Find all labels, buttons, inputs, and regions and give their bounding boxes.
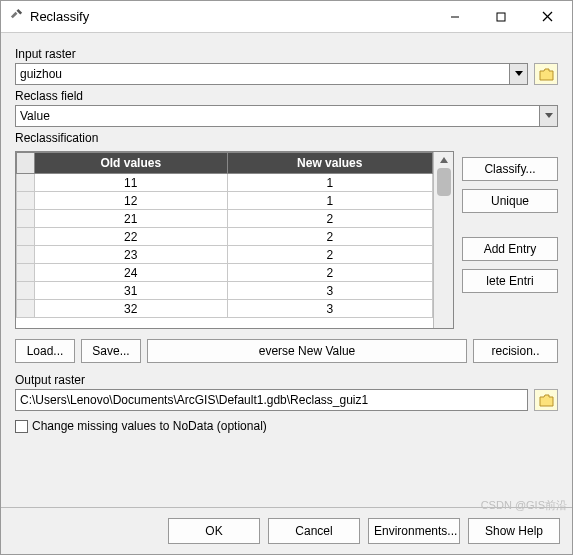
close-button[interactable] (524, 2, 570, 32)
row-header (17, 228, 35, 246)
output-raster-label: Output raster (15, 373, 558, 387)
add-entry-button[interactable]: Add Entry (462, 237, 558, 261)
cell-new-value[interactable]: 2 (227, 228, 432, 246)
scroll-up-icon[interactable] (439, 156, 449, 164)
cell-old-value[interactable]: 31 (35, 282, 228, 300)
cell-old-value[interactable]: 22 (35, 228, 228, 246)
table-row[interactable]: 313 (17, 282, 433, 300)
maximize-button[interactable] (478, 2, 524, 32)
cell-new-value[interactable]: 1 (227, 192, 432, 210)
cell-new-value[interactable]: 1 (227, 174, 432, 192)
cell-old-value[interactable]: 23 (35, 246, 228, 264)
hammer-icon (9, 8, 24, 26)
cancel-button[interactable]: Cancel (268, 518, 360, 544)
cell-new-value[interactable]: 3 (227, 282, 432, 300)
cell-old-value[interactable]: 11 (35, 174, 228, 192)
reclass-field-label: Reclass field (15, 89, 558, 103)
table-row[interactable]: 232 (17, 246, 433, 264)
row-header (17, 192, 35, 210)
precision-button[interactable]: recision.. (473, 339, 558, 363)
row-header (17, 282, 35, 300)
output-raster-field[interactable] (15, 389, 528, 411)
cell-new-value[interactable]: 3 (227, 300, 432, 318)
col-old-values[interactable]: Old values (35, 153, 228, 174)
save-button[interactable]: Save... (81, 339, 141, 363)
show-help-button[interactable]: Show Help (468, 518, 560, 544)
table-corner (17, 153, 35, 174)
titlebar: Reclassify (1, 1, 572, 33)
reclass-field-dropdown[interactable] (539, 106, 557, 126)
cell-old-value[interactable]: 24 (35, 264, 228, 282)
reclass-table[interactable]: Old values New values 111121212222232242… (15, 151, 454, 329)
row-header (17, 210, 35, 228)
change-missing-label: Change missing values to NoData (optiona… (32, 419, 267, 433)
table-row[interactable]: 222 (17, 228, 433, 246)
cell-old-value[interactable]: 21 (35, 210, 228, 228)
table-row[interactable]: 242 (17, 264, 433, 282)
row-header (17, 246, 35, 264)
ok-button[interactable]: OK (168, 518, 260, 544)
input-raster-field[interactable] (15, 63, 528, 85)
row-header (17, 300, 35, 318)
window-title: Reclassify (30, 9, 432, 24)
input-raster-dropdown[interactable] (509, 64, 527, 84)
table-row[interactable]: 111 (17, 174, 433, 192)
reclass-field-select[interactable] (15, 105, 558, 127)
table-row[interactable]: 212 (17, 210, 433, 228)
output-raster-browse-button[interactable] (534, 389, 558, 411)
minimize-button[interactable] (432, 2, 478, 32)
classify-button[interactable]: Classify... (462, 157, 558, 181)
row-header (17, 174, 35, 192)
reclassification-label: Reclassification (15, 131, 558, 145)
dialog-footer: OK Cancel Environments... Show Help (1, 507, 572, 554)
cell-old-value[interactable]: 32 (35, 300, 228, 318)
cell-new-value[interactable]: 2 (227, 264, 432, 282)
reverse-new-values-button[interactable]: everse New Value (147, 339, 467, 363)
load-button[interactable]: Load... (15, 339, 75, 363)
delete-entries-button[interactable]: lete Entri (462, 269, 558, 293)
cell-new-value[interactable]: 2 (227, 246, 432, 264)
table-row[interactable]: 121 (17, 192, 433, 210)
cell-new-value[interactable]: 2 (227, 210, 432, 228)
scroll-thumb[interactable] (437, 168, 451, 196)
svg-rect-1 (497, 13, 505, 21)
unique-button[interactable]: Unique (462, 189, 558, 213)
table-scrollbar[interactable] (433, 152, 453, 328)
col-new-values[interactable]: New values (227, 153, 432, 174)
input-raster-browse-button[interactable] (534, 63, 558, 85)
table-row[interactable]: 323 (17, 300, 433, 318)
row-header (17, 264, 35, 282)
cell-old-value[interactable]: 12 (35, 192, 228, 210)
input-raster-label: Input raster (15, 47, 558, 61)
environments-button[interactable]: Environments... (368, 518, 460, 544)
change-missing-checkbox[interactable] (15, 420, 28, 433)
